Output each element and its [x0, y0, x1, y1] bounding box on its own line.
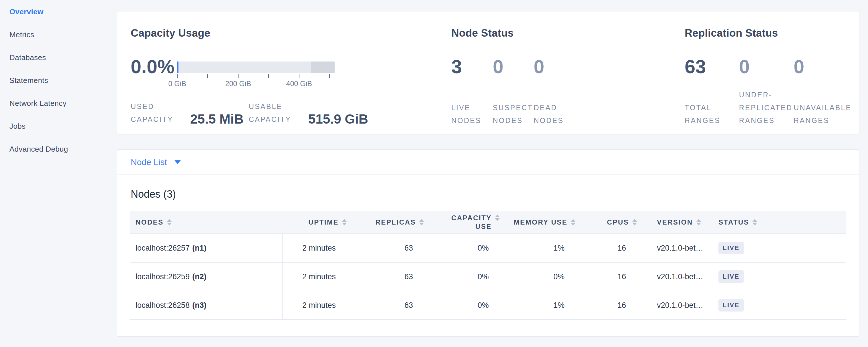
- axis-label-400gib: 400 GiB: [286, 80, 312, 88]
- column-header-capacity-use[interactable]: CAPACITY USE: [424, 211, 500, 233]
- column-header-version[interactable]: VERSION: [637, 211, 718, 233]
- live-nodes-count: 3: [451, 56, 462, 77]
- memory-use-cell: 1%: [500, 234, 576, 262]
- node-status-stats: 3 LIVE NODES 0 SUSPECT NODES 0 DEAD NODE…: [451, 56, 685, 127]
- node-status-title: Node Status: [451, 27, 685, 39]
- suspect-nodes-stat: 0 SUSPECT NODES: [493, 56, 534, 127]
- capacity-bar-reserved-segment: [311, 62, 335, 73]
- capacity-bar-used-segment: [177, 62, 179, 73]
- uptime-cell: 2 minutes: [283, 263, 347, 291]
- uptime-cell: 2 minutes: [283, 234, 347, 262]
- status-badge: LIVE: [718, 242, 744, 254]
- node-status-section: Node Status 3 LIVE NODES 0 SUSPECT NODES…: [451, 27, 685, 126]
- status-cell: LIVE: [718, 234, 846, 262]
- sidebar-item-advanced-debug[interactable]: Advanced Debug: [0, 137, 117, 160]
- table-row-node-2[interactable]: localhost:26259(n2) 2 minutes 63 0% 0% 1…: [130, 263, 846, 291]
- node-address-cell: localhost:26258(n3): [130, 291, 283, 319]
- table-row-node-1[interactable]: localhost:26257(n1) 2 minutes 63 0% 1% 1…: [130, 234, 846, 263]
- capacity-usage-numrow: 0.0%: [131, 56, 451, 88]
- capacity-use-cell: 0%: [424, 291, 500, 319]
- replicas-cell: 63: [347, 234, 424, 262]
- column-header-cpus[interactable]: CPUS: [576, 211, 637, 233]
- unavailable-ranges-stat: 0 UNAVAILABLE RANGES: [794, 56, 842, 127]
- sort-icon[interactable]: [342, 219, 347, 225]
- total-ranges-label: TOTAL RANGES: [685, 101, 733, 127]
- sidebar-item-statements[interactable]: Statements: [0, 69, 117, 92]
- node-id: (n3): [192, 301, 207, 310]
- axis-label-200gib: 200 GiB: [225, 80, 251, 88]
- capacity-usage-title: Capacity Usage: [131, 27, 451, 39]
- cpus-cell: 16: [576, 234, 637, 262]
- nodes-table: NODES UPTIME REPLICAS CAPACITY USE: [130, 211, 846, 320]
- cpus-cell: 16: [576, 263, 637, 291]
- used-capacity-label: USED CAPACITY: [131, 100, 179, 126]
- table-row-node-3[interactable]: localhost:26258(n3) 2 minutes 63 0% 1% 1…: [130, 291, 846, 320]
- sort-icon[interactable]: [419, 219, 424, 225]
- live-nodes-label: LIVE NODES: [451, 101, 487, 127]
- sort-icon[interactable]: [632, 219, 637, 225]
- column-header-status[interactable]: STATUS: [718, 211, 846, 233]
- capacity-used-percent: 0.0%: [131, 56, 175, 88]
- nodes-table-heading: Nodes (3): [131, 188, 859, 200]
- capacity-axis-ticks: [177, 73, 335, 78]
- node-id: (n1): [192, 244, 207, 253]
- under-replicated-ranges-stat: 0 UNDER-REPLICATED RANGES: [739, 56, 794, 127]
- node-list-dropdown[interactable]: Node List: [131, 157, 167, 167]
- node-list-card: Node List Nodes (3) NODES UPTIME REPLICA…: [117, 149, 860, 337]
- dead-nodes-count: 0: [534, 56, 544, 77]
- capacity-use-cell: 0%: [424, 234, 500, 262]
- capacity-stats: USED CAPACITY 25.5 MiB USABLE CAPACITY 5…: [131, 88, 451, 126]
- used-capacity-value: 25.5 MiB: [190, 111, 244, 127]
- column-header-uptime[interactable]: UPTIME: [283, 211, 347, 233]
- sidebar: Overview Metrics Databases Statements Ne…: [0, 0, 117, 347]
- under-replicated-ranges-label: UNDER-REPLICATED RANGES: [739, 88, 787, 127]
- uptime-cell: 2 minutes: [283, 291, 347, 319]
- version-cell: v20.1.0-bet…: [637, 234, 718, 262]
- capacity-usage-section: Capacity Usage 0.0%: [131, 27, 451, 126]
- sort-icon[interactable]: [571, 219, 576, 225]
- column-header-nodes[interactable]: NODES: [130, 211, 283, 233]
- dead-nodes-stat: 0 DEAD NODES: [534, 56, 569, 127]
- replication-stats: 63 TOTAL RANGES 0 UNDER-REPLICATED RANGE…: [685, 56, 859, 127]
- suspect-nodes-count: 0: [493, 56, 503, 77]
- cluster-summary-card: Capacity Usage 0.0%: [117, 11, 860, 134]
- capacity-use-cell: 0%: [424, 263, 500, 291]
- capacity-axis-labels: 0 GiB 200 GiB 400 GiB: [177, 78, 335, 88]
- sort-icon[interactable]: [167, 219, 172, 225]
- cluster-overview-page: Overview Metrics Databases Statements Ne…: [0, 0, 868, 347]
- version-cell: v20.1.0-bet…: [637, 263, 718, 291]
- memory-use-cell: 1%: [500, 291, 576, 319]
- status-cell: LIVE: [718, 263, 846, 291]
- node-id: (n2): [192, 272, 207, 281]
- usable-capacity-label: USABLE CAPACITY: [249, 100, 297, 126]
- cpus-cell: 16: [576, 291, 637, 319]
- status-badge: LIVE: [718, 270, 744, 283]
- usable-capacity-stat: USABLE CAPACITY 515.9 GiB: [249, 100, 368, 126]
- sort-icon[interactable]: [696, 219, 701, 225]
- replicas-cell: 63: [347, 263, 424, 291]
- memory-use-cell: 0%: [500, 263, 576, 291]
- column-header-replicas[interactable]: REPLICAS: [347, 211, 424, 233]
- chevron-down-icon[interactable]: [175, 160, 181, 164]
- sidebar-item-jobs[interactable]: Jobs: [0, 115, 117, 137]
- under-replicated-ranges-count: 0: [739, 56, 750, 77]
- total-ranges-stat: 63 TOTAL RANGES: [685, 56, 739, 127]
- sidebar-item-databases[interactable]: Databases: [0, 46, 117, 69]
- dead-nodes-label: DEAD NODES: [534, 101, 569, 127]
- column-header-memory-use[interactable]: MEMORY USE: [500, 211, 576, 233]
- sidebar-item-network-latency[interactable]: Network Latency: [0, 92, 117, 115]
- sidebar-item-overview[interactable]: Overview: [0, 0, 117, 23]
- total-ranges-count: 63: [685, 56, 706, 77]
- status-badge: LIVE: [718, 299, 744, 312]
- main-content: Capacity Usage 0.0%: [117, 0, 868, 347]
- live-nodes-stat: 3 LIVE NODES: [451, 56, 493, 127]
- unavailable-ranges-count: 0: [794, 56, 804, 77]
- version-cell: v20.1.0-bet…: [637, 291, 718, 319]
- sort-icon[interactable]: [752, 219, 757, 225]
- axis-label-0gib: 0 GiB: [168, 80, 186, 88]
- sidebar-item-metrics[interactable]: Metrics: [0, 23, 117, 46]
- capacity-usage-chart: 0 GiB 200 GiB 400 GiB: [177, 62, 335, 88]
- sort-icon[interactable]: [495, 215, 500, 221]
- view-selector-row: Node List: [117, 150, 859, 175]
- node-address-cell: localhost:26257(n1): [130, 234, 283, 262]
